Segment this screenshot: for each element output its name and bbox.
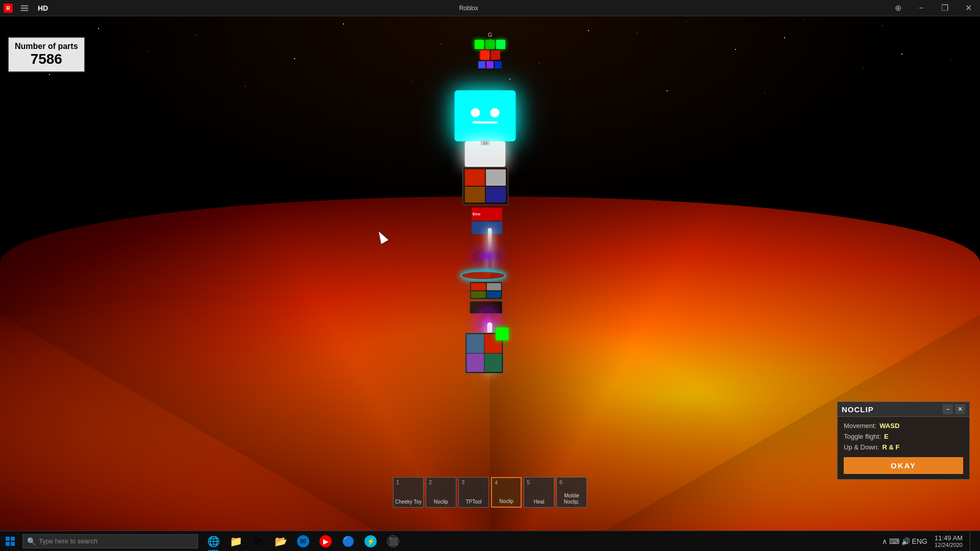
parts-value: 7586 <box>15 51 78 67</box>
mail-icon: ✉ <box>297 535 309 547</box>
noclip-minimize[interactable]: − <box>943 404 953 414</box>
slot-num: 5 <box>527 479 530 485</box>
svg-rect-2 <box>21 5 28 6</box>
lower-items <box>470 282 503 314</box>
toolbar: 1 Cheeky Toy 2 Noclip 3 TPTool 4 Noclip … <box>393 477 587 508</box>
mid-items: Eno <box>472 208 502 234</box>
tool-slot-1[interactable]: 1 Cheeky Toy <box>393 477 424 508</box>
noclip-panel: NOCLIP − ✕ Movement: WASD Toggle flight:… <box>837 402 970 480</box>
character-head: 1x <box>454 90 516 141</box>
taskbar: 🔍 Type here to search 🌐 📁 🛍 📂 ✉ ▶ 🔵 ⚡ ⬛ <box>0 531 980 551</box>
flight-value: E <box>884 433 889 440</box>
svg-text:R: R <box>6 6 10 11</box>
explorer-icon: 📁 <box>230 535 242 547</box>
files-icon: 📂 <box>275 535 287 547</box>
taskbar-app-files[interactable]: 📂 <box>270 531 292 552</box>
svg-rect-7 <box>6 542 10 546</box>
parts-counter: Number of parts 7586 <box>8 37 85 72</box>
scene: G <box>0 16 980 531</box>
slot-label: Mobile Noclip. <box>557 493 586 505</box>
top-blocks: G <box>475 32 505 70</box>
search-bar[interactable]: 🔍 Type here to search <box>22 534 198 548</box>
slot-label: Noclip <box>434 499 448 505</box>
hd-badge: HD <box>35 3 51 13</box>
slot-num: 2 <box>429 479 432 485</box>
taskbar-app-mail[interactable]: ✉ <box>292 531 314 552</box>
game-canvas: G <box>0 16 980 531</box>
parts-label: Number of parts <box>15 42 78 51</box>
flight-label: Toggle flight: <box>844 433 881 440</box>
slot-label: Noclip <box>499 498 513 505</box>
noclip-close[interactable]: ✕ <box>955 404 965 414</box>
noclip-body: Movement: WASD Toggle flight: E Up & Dow… <box>838 417 969 479</box>
start-button[interactable] <box>0 531 20 552</box>
lang-icon[interactable]: ENG <box>912 537 927 545</box>
chevron-up-icon[interactable]: ∧ <box>882 537 887 545</box>
taskbar-app-store[interactable]: 🛍 <box>247 531 270 552</box>
clock-time: 11:49 AM <box>935 534 963 542</box>
svg-rect-3 <box>21 8 28 9</box>
keyboard-icon[interactable]: ⌨ <box>889 537 899 545</box>
slot-label: Heal <box>534 499 545 505</box>
title-text: Roblox <box>51 5 886 12</box>
ground-char <box>465 333 503 373</box>
char-label: 1x <box>481 140 490 145</box>
taskbar-app-edge[interactable]: 🌐 <box>202 531 225 552</box>
taskbar-app-roblox[interactable]: ⬛ <box>382 531 404 552</box>
updown-value: R & F <box>882 443 899 451</box>
search-icon: 🔍 <box>27 537 36 545</box>
slot-label: TPTool <box>465 499 481 505</box>
noclip-title: NOCLIP <box>842 405 874 414</box>
tool-slot-2[interactable]: 2 Noclip <box>426 477 456 508</box>
edge-icon: 🌐 <box>207 535 219 547</box>
unknown-icon: ⚡ <box>364 535 377 547</box>
slot-num: 3 <box>461 479 464 485</box>
taskbar-app-chrome[interactable]: 🔵 <box>337 531 359 552</box>
ring-halo <box>460 270 506 281</box>
menu-icon[interactable] <box>16 0 33 16</box>
chrome-icon: 🔵 <box>342 535 354 547</box>
taskbar-app-explorer[interactable]: 📁 <box>225 531 247 552</box>
slot-num: 1 <box>396 479 399 485</box>
okay-button[interactable]: OKAY <box>844 457 963 474</box>
purple-glow-area <box>472 248 502 264</box>
minimize-button[interactable]: − <box>910 0 933 16</box>
taskbar-app-unknown[interactable]: ⚡ <box>359 531 382 552</box>
tool-slot-4[interactable]: 4 Noclip <box>491 477 522 508</box>
slot-num: 6 <box>559 479 562 485</box>
title-bar: R HD Roblox ⊕ − ❐ ✕ <box>0 0 980 16</box>
flight-row: Toggle flight: E <box>844 433 963 440</box>
svg-rect-4 <box>21 10 28 11</box>
tray-icons: ∧ ⌨ 🔊 ENG <box>882 537 927 545</box>
network-icon[interactable]: 🔊 <box>901 537 910 545</box>
tool-slot-6[interactable]: 6 Mobile Noclip. <box>556 477 587 508</box>
svg-rect-8 <box>11 542 15 546</box>
svg-rect-6 <box>11 537 15 541</box>
system-tray: ∧ ⌨ 🔊 ENG 11:49 AM 12/24/2020 <box>882 531 980 552</box>
updown-label: Up & Down: <box>844 443 879 451</box>
window-controls: ⊕ − ❐ ✕ <box>886 0 980 16</box>
movement-label: Movement: <box>844 422 876 430</box>
search-text: Type here to search <box>39 537 97 545</box>
close-button[interactable]: ✕ <box>957 0 980 16</box>
svg-rect-5 <box>6 537 10 541</box>
movement-row: Movement: WASD <box>844 422 963 430</box>
clock[interactable]: 11:49 AM 12/24/2020 <box>930 534 967 548</box>
clock-date: 12/24/2020 <box>935 542 963 548</box>
app-icon: R <box>0 0 16 16</box>
noclip-controls: − ✕ <box>943 404 965 414</box>
updown-row: Up & Down: R & F <box>844 443 963 451</box>
noclip-header: NOCLIP − ✕ <box>838 402 969 417</box>
tool-slot-5[interactable]: 5 Heal <box>524 477 554 508</box>
tool-slot-3[interactable]: 3 TPTool <box>458 477 489 508</box>
slot-num: 4 <box>495 480 498 486</box>
g-label: G <box>488 32 493 38</box>
movement-value: WASD <box>879 422 899 430</box>
roblox-taskbar-icon: ⬛ <box>387 535 399 547</box>
show-desktop[interactable] <box>970 531 976 552</box>
slot-label: Cheeky Toy <box>395 499 422 505</box>
taskbar-app-youtube[interactable]: ▶ <box>314 531 337 552</box>
maximize-button[interactable]: ❐ <box>933 0 957 16</box>
settings-button[interactable]: ⊕ <box>886 0 910 16</box>
store-icon: 🛍 <box>252 535 264 547</box>
